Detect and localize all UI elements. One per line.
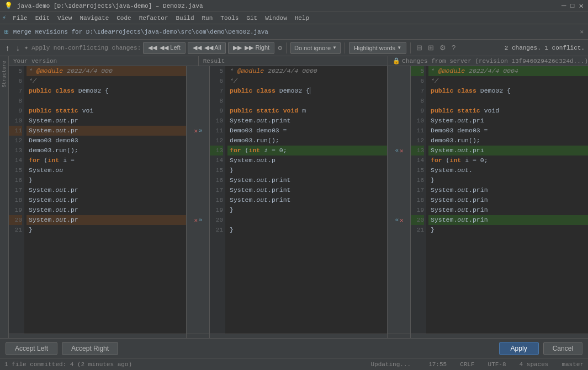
left-panel-header: Your version: [9, 56, 199, 66]
middle-hscroll[interactable]: [210, 334, 388, 338]
collapse-panels-btn[interactable]: ⊟: [415, 44, 424, 52]
encoding-status[interactable]: UTF-8: [488, 361, 506, 368]
accept-all-toolbar-btn[interactable]: ◀◀ ◀◀ All: [188, 42, 226, 54]
prev-change-btn[interactable]: ↑: [3, 44, 12, 52]
sep1: [286, 42, 287, 53]
left-gutter-arrow-20[interactable]: »: [199, 217, 203, 223]
left-gutter-x-11[interactable]: ✕: [194, 127, 198, 135]
right-gutter-x-20[interactable]: ✕: [400, 217, 404, 224]
ignore-dropdown[interactable]: Do not ignore ▼: [290, 42, 341, 54]
cancel-btn[interactable]: Cancel: [543, 342, 582, 355]
middle-line-11: Demo03 demo03 =: [227, 126, 387, 136]
branch-status[interactable]: master: [561, 361, 584, 368]
menu-run[interactable]: Run: [199, 14, 216, 23]
left-line-12: Demo03 demo03: [27, 136, 186, 146]
accept-left-btn[interactable]: Accept Left: [6, 342, 57, 355]
panel-headers-row: Your version Result 🔒 Changes from serve…: [9, 56, 588, 66]
right-line-15: System.out.: [428, 165, 588, 175]
left-line-19: System.out.pr: [27, 205, 186, 215]
apply-btn[interactable]: Apply: [499, 342, 539, 355]
middle-line-6: */: [227, 76, 387, 86]
accept-left-toolbar-btn[interactable]: ◀◀ ◀◀ Left: [143, 42, 185, 54]
right-code[interactable]: * @module 2022/4/4 0004 */ public class …: [426, 66, 588, 334]
close-btn[interactable]: ✕: [579, 1, 584, 10]
lock-icon: 🔒: [393, 57, 400, 65]
left-line-17: System.out.pr: [27, 185, 186, 195]
accept-right-toolbar-btn[interactable]: ▶▶ ▶▶ Right: [228, 42, 274, 54]
left-hscroll[interactable]: [9, 334, 187, 338]
left-code[interactable]: * @module 2022/4/4 000 */ public class D…: [24, 66, 186, 334]
right-gutter-arrow-20[interactable]: «: [395, 217, 399, 223]
status-bar: 1 file committed: 4 (2 minutes ago) Upda…: [0, 358, 588, 370]
merge-toolbar: ⊞ Merge Revisions for D:\IdeaProjects\ja…: [0, 24, 588, 40]
maximize-btn[interactable]: □: [570, 2, 574, 10]
right-line-8: [428, 96, 588, 106]
right-gutter-x-13[interactable]: ✕: [400, 147, 404, 154]
right-line-6: */: [428, 76, 588, 86]
all-arrows-icon: ◀◀: [193, 44, 202, 51]
merge-path-label: Merge Revisions for D:\IdeaProjects\java…: [13, 29, 268, 35]
menu-refactor[interactable]: Refactor: [136, 14, 172, 23]
dropdown-arrow-icon: ▼: [332, 45, 337, 50]
left-line-18: System.out.pr: [27, 195, 186, 205]
indent-status[interactable]: 4 spaces: [520, 361, 549, 368]
bottom-bar: Accept Left Accept Right Apply Cancel: [0, 338, 588, 358]
menu-code[interactable]: Code: [113, 14, 134, 23]
menu-window[interactable]: Window: [262, 14, 290, 23]
middle-line-12: demo03.run();: [227, 136, 387, 146]
menu-git[interactable]: Git: [243, 14, 261, 23]
settings-btn[interactable]: ⚙: [438, 44, 448, 52]
commit-status: 1 file committed: 4 (2 minutes ago): [4, 361, 132, 368]
menu-view[interactable]: View: [54, 14, 75, 23]
split-view-btn[interactable]: ⊞: [426, 44, 436, 52]
menu-navigate[interactable]: Navigate: [76, 14, 112, 23]
right-panel[interactable]: 5 6 7 8 9 10 11 12 13 14 15 16 17 18 19 …: [411, 66, 588, 334]
close-merge-btn[interactable]: ✕: [580, 28, 584, 35]
bottom-left-buttons: Accept Left Accept Right: [6, 342, 118, 355]
left-line-9: public static voi: [27, 106, 186, 116]
middle-line-8: [227, 96, 387, 106]
middle-code[interactable]: * @module 2022/4/4 0000 */ public class …: [225, 66, 387, 334]
middle-line-numbers: 5 6 7 8 9 10 11 12 13 14 15 16 17 18 19 …: [210, 66, 225, 334]
app-icon: 💡: [4, 2, 13, 10]
menu-build[interactable]: Build: [172, 14, 197, 23]
line-ending-status[interactable]: CRLF: [460, 361, 474, 368]
left-line-10: System.out.pr: [27, 116, 186, 126]
middle-line-5: * @module 2022/4/4 0000: [227, 66, 387, 76]
right-line-14: for (int i = 0;: [428, 155, 588, 165]
left-line-13: demo03.run();: [27, 146, 186, 155]
left-line-16: }: [27, 175, 186, 185]
conflict-count: 2 changes. 1 conflict.: [505, 45, 585, 51]
middle-line-21: }: [227, 225, 387, 235]
menu-edit[interactable]: Edit: [32, 14, 53, 23]
right-gutter-hscroll: [388, 334, 411, 338]
left-line-numbers: 5 6 7 8 9 10 11 12 13 14 15 16 17 18 19 …: [9, 66, 24, 334]
right-line-18: System.out.prin: [428, 195, 588, 205]
menu-tools[interactable]: Tools: [217, 14, 242, 23]
middle-line-16: System.out.print: [227, 175, 387, 185]
menu-file[interactable]: File: [9, 14, 30, 23]
left-gutter-arrow-11[interactable]: »: [199, 127, 203, 134]
right-line-10: System.out.pri: [428, 116, 588, 126]
merge-icon: ⊞: [4, 28, 9, 36]
right-line-20: System.out.prin: [428, 215, 588, 225]
main-toolbar: ↑ ↓ ✦ Apply non-conflicting changes: ◀◀ …: [0, 40, 588, 56]
next-change-btn[interactable]: ↓: [14, 44, 22, 52]
left-line-5: * @module 2022/4/4 000: [27, 66, 186, 76]
left-gutter: ✕ » ✕ »: [187, 66, 210, 334]
middle-panel[interactable]: 5 6 7 8 9 10 11 12 13 14 15 16 17 18 19 …: [210, 66, 388, 334]
menu-help[interactable]: Help: [292, 14, 312, 23]
right-gutter-arrow-13[interactable]: «: [395, 147, 399, 154]
minimize-btn[interactable]: ─: [561, 2, 566, 10]
highlight-words-btn[interactable]: Highlight words ▼: [349, 42, 406, 54]
accept-right-btn[interactable]: Accept Right: [62, 342, 118, 355]
right-hscroll[interactable]: [411, 334, 588, 338]
left-gutter-x-20[interactable]: ✕: [194, 217, 198, 224]
settings-icon[interactable]: ⚙: [278, 44, 282, 52]
help-btn[interactable]: ?: [450, 44, 457, 52]
left-line-20: System.out.pr: [27, 215, 186, 225]
middle-line-15: }: [227, 165, 387, 175]
magic-wand-icon: ✦: [24, 44, 28, 52]
left-panel[interactable]: 5 6 7 8 9 10 11 12 13 14 15 16 17 18 19 …: [9, 66, 187, 334]
left-line-15: System.ou: [27, 165, 186, 175]
